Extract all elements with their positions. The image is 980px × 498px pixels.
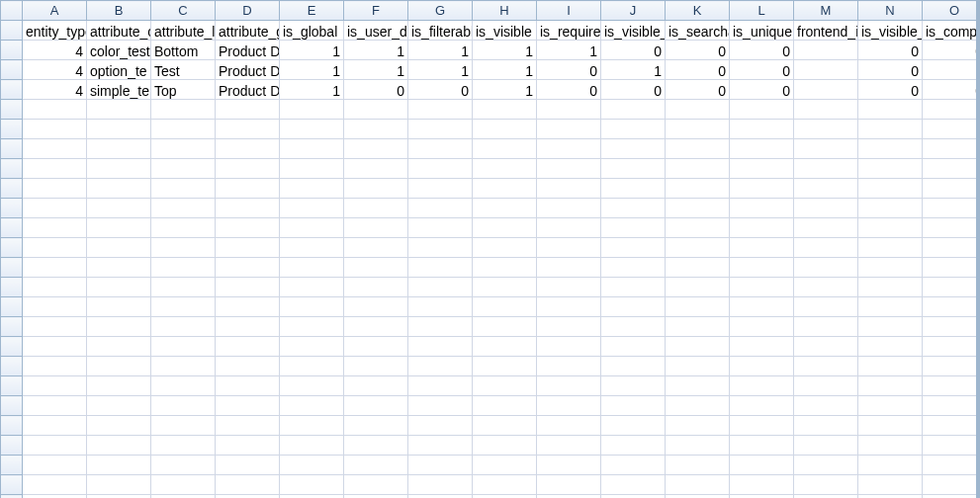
cell[interactable]: attribute_group: [216, 21, 280, 41]
cell[interactable]: [730, 456, 794, 475]
cell[interactable]: [923, 179, 981, 199]
cell[interactable]: 4: [23, 41, 87, 60]
cell[interactable]: [858, 100, 923, 120]
cell[interactable]: [151, 475, 216, 495]
cell[interactable]: [858, 317, 923, 337]
col-head-D[interactable]: D: [216, 1, 280, 21]
cell[interactable]: [730, 258, 794, 278]
cell[interactable]: is_visible_in_advanced_search: [858, 21, 923, 41]
cell[interactable]: [408, 179, 473, 199]
cell[interactable]: [216, 179, 280, 199]
cell[interactable]: [730, 475, 794, 495]
cell[interactable]: [23, 495, 87, 499]
cell[interactable]: [87, 139, 151, 159]
cell[interactable]: [23, 278, 87, 297]
cell[interactable]: [730, 376, 794, 396]
col-head-B[interactable]: B: [87, 1, 151, 21]
cell[interactable]: [23, 475, 87, 495]
cell[interactable]: [216, 139, 280, 159]
cell[interactable]: [151, 199, 216, 218]
cell[interactable]: [601, 258, 666, 278]
cell[interactable]: [601, 416, 666, 436]
cell[interactable]: [666, 159, 730, 179]
cell[interactable]: [794, 337, 858, 357]
cell[interactable]: [473, 120, 537, 139]
cell[interactable]: [216, 396, 280, 416]
cell[interactable]: 1: [601, 60, 666, 80]
cell[interactable]: [923, 278, 981, 297]
cell[interactable]: [794, 495, 858, 499]
cell[interactable]: [408, 120, 473, 139]
cell[interactable]: 0: [923, 41, 981, 60]
cell[interactable]: [473, 456, 537, 475]
cell[interactable]: [473, 139, 537, 159]
cell[interactable]: [344, 139, 408, 159]
cell[interactable]: [794, 258, 858, 278]
cell[interactable]: [794, 139, 858, 159]
cell[interactable]: [858, 238, 923, 258]
cell[interactable]: [23, 238, 87, 258]
cell[interactable]: [923, 159, 981, 179]
row-head[interactable]: [1, 317, 23, 337]
cell[interactable]: [601, 199, 666, 218]
cell[interactable]: [858, 278, 923, 297]
cell[interactable]: [666, 456, 730, 475]
cell[interactable]: [344, 475, 408, 495]
cell[interactable]: [858, 139, 923, 159]
cell[interactable]: [794, 218, 858, 238]
cell[interactable]: 1: [280, 60, 344, 80]
cell[interactable]: [537, 278, 601, 297]
cell[interactable]: [280, 179, 344, 199]
cell[interactable]: [216, 218, 280, 238]
cell[interactable]: [408, 218, 473, 238]
cell[interactable]: [23, 317, 87, 337]
cell[interactable]: [666, 376, 730, 396]
cell[interactable]: 4: [23, 80, 87, 100]
cell[interactable]: [730, 238, 794, 258]
cell[interactable]: [858, 258, 923, 278]
cell[interactable]: [730, 297, 794, 317]
cell[interactable]: [344, 179, 408, 199]
cell[interactable]: [794, 120, 858, 139]
cell[interactable]: [280, 159, 344, 179]
cell[interactable]: [794, 80, 858, 100]
cell[interactable]: [537, 475, 601, 495]
cell[interactable]: [408, 317, 473, 337]
cell[interactable]: [280, 337, 344, 357]
cell[interactable]: [216, 337, 280, 357]
cell[interactable]: 1: [408, 60, 473, 80]
col-head-I[interactable]: I: [537, 1, 601, 21]
cell[interactable]: [23, 258, 87, 278]
cell[interactable]: [280, 376, 344, 396]
cell[interactable]: [666, 120, 730, 139]
cell[interactable]: [23, 120, 87, 139]
cell[interactable]: [601, 396, 666, 416]
cell[interactable]: 0: [537, 60, 601, 80]
cell[interactable]: [923, 436, 981, 456]
cell[interactable]: [408, 238, 473, 258]
cell[interactable]: [601, 376, 666, 396]
cell[interactable]: [601, 179, 666, 199]
cell[interactable]: [537, 436, 601, 456]
cell[interactable]: [87, 317, 151, 337]
cell[interactable]: [601, 456, 666, 475]
cell[interactable]: [473, 436, 537, 456]
cell[interactable]: [87, 238, 151, 258]
col-head-K[interactable]: K: [666, 1, 730, 21]
cell[interactable]: [280, 317, 344, 337]
cell[interactable]: [151, 456, 216, 475]
cell[interactable]: [794, 396, 858, 416]
cell[interactable]: [408, 495, 473, 499]
cell[interactable]: [666, 238, 730, 258]
cell[interactable]: [730, 139, 794, 159]
cell[interactable]: [280, 396, 344, 416]
cell[interactable]: [666, 475, 730, 495]
cell[interactable]: [473, 238, 537, 258]
cell[interactable]: [601, 357, 666, 376]
cell[interactable]: [151, 120, 216, 139]
cell[interactable]: [473, 317, 537, 337]
cell[interactable]: [87, 416, 151, 436]
row-head[interactable]: [1, 60, 23, 80]
cell[interactable]: [473, 475, 537, 495]
cell[interactable]: [87, 495, 151, 499]
